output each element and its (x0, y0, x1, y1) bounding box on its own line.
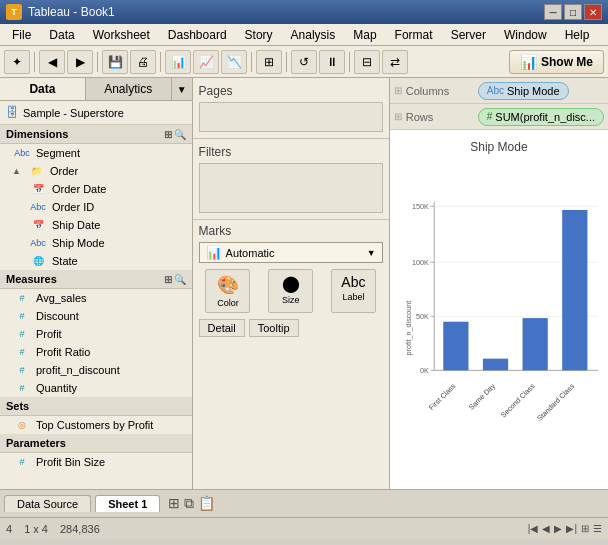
toolbar-refresh[interactable]: ↺ (291, 50, 317, 74)
measures-search-icon[interactable]: 🔍 (174, 274, 186, 285)
param-profit-bin[interactable]: # Profit Bin Size (0, 453, 192, 471)
set-top-customers[interactable]: ◎ Top Customers by Profit (0, 416, 192, 434)
menu-format[interactable]: Format (387, 26, 441, 44)
menu-story[interactable]: Story (237, 26, 281, 44)
marks-color-btn[interactable]: 🎨 Color (205, 269, 250, 313)
toolbar-pause[interactable]: ⏸ (319, 50, 345, 74)
abc-icon: Abc (12, 148, 32, 158)
toolbar-filter[interactable]: ⊞ (256, 50, 282, 74)
marks-label-btn[interactable]: Abc Label (331, 269, 376, 313)
nav-next-icon[interactable]: ▶ (554, 523, 562, 534)
measure-avg-sales[interactable]: # Avg_sales (0, 289, 192, 307)
menu-file[interactable]: File (4, 26, 39, 44)
close-button[interactable]: ✕ (584, 4, 602, 20)
pages-shelf[interactable] (199, 102, 383, 132)
add-dashboard-icon[interactable]: 📋 (198, 495, 215, 512)
x-label-second-class: Second Class (499, 381, 537, 419)
toolbar-sep-1 (34, 52, 35, 72)
rows-label: ⊞ Rows (394, 111, 474, 123)
new-sheet-icon[interactable]: ⊞ (168, 495, 180, 512)
menu-map[interactable]: Map (345, 26, 384, 44)
x-label-standard-class: Standard Class (535, 381, 576, 422)
dim-order-folder[interactable]: ▲ 📁 Order (0, 162, 192, 180)
filters-shelf[interactable] (199, 163, 383, 213)
tab-sheet1[interactable]: Sheet 1 (95, 495, 160, 512)
bar-same-day[interactable] (483, 359, 508, 371)
marks-type-dropdown[interactable]: 📊 Automatic ▼ (199, 242, 383, 263)
menu-data[interactable]: Data (41, 26, 82, 44)
menu-window[interactable]: Window (496, 26, 555, 44)
hash-icon-4: # (12, 347, 32, 357)
dimensions-search-icon[interactable]: 🔍 (174, 129, 186, 140)
dim-segment[interactable]: Abc Segment (0, 144, 192, 162)
toolbar-chart1[interactable]: 📊 (165, 50, 191, 74)
column-ship-mode-pill[interactable]: Abc Ship Mode (478, 82, 569, 100)
sheet-icons: ⊞ ⧉ 📋 (168, 495, 215, 512)
marks-section: Marks 📊 Automatic ▼ 🎨 Color ⬤ Size Abc L… (193, 220, 389, 343)
abc-icon-3: Abc (28, 238, 48, 248)
menu-worksheet[interactable]: Worksheet (85, 26, 158, 44)
toolbar-back[interactable]: ◀ (39, 50, 65, 74)
marks-detail-btn[interactable]: Detail (199, 319, 245, 337)
columns-shelf: ⊞ Columns Abc Ship Mode (390, 78, 608, 104)
bar-second-class[interactable] (522, 318, 547, 370)
marks-type-label: Automatic (226, 247, 275, 259)
list-view-icon[interactable]: ☰ (593, 523, 602, 534)
toolbar-chart3[interactable]: 📉 (221, 50, 247, 74)
menu-dashboard[interactable]: Dashboard (160, 26, 235, 44)
window-controls[interactable]: ─ □ ✕ (544, 4, 602, 20)
measures-grid-icon[interactable]: ⊞ (164, 274, 172, 285)
nav-prev-icon[interactable]: ◀ (542, 523, 550, 534)
measure-profit-ratio-label: Profit Ratio (36, 346, 90, 358)
menu-server[interactable]: Server (443, 26, 494, 44)
dimensions-section-header: Dimensions ⊞ 🔍 (0, 125, 192, 144)
menu-help[interactable]: Help (557, 26, 598, 44)
filters-label: Filters (199, 145, 383, 159)
toolbar-swap[interactable]: ⇄ (382, 50, 408, 74)
marks-size-btn[interactable]: ⬤ Size (268, 269, 313, 313)
dim-order-id[interactable]: Abc Order ID (0, 198, 192, 216)
dim-ship-date[interactable]: 📅 Ship Date (0, 216, 192, 234)
row-profit-pill[interactable]: # SUM(profit_n_disc... (478, 108, 604, 126)
minimize-button[interactable]: ─ (544, 4, 562, 20)
bar-first-class[interactable] (443, 322, 468, 371)
tab-data-source[interactable]: Data Source (4, 495, 91, 512)
show-me-button[interactable]: 📊 Show Me (509, 50, 604, 74)
measure-discount-label: Discount (36, 310, 79, 322)
grid-view-icon[interactable]: ⊞ (581, 523, 589, 534)
maximize-button[interactable]: □ (564, 4, 582, 20)
y-tick-50k: 50K (416, 312, 429, 321)
dropdown-arrow-icon: ▼ (367, 248, 376, 258)
param-icon: # (12, 457, 32, 467)
toolbar-forward[interactable]: ▶ (67, 50, 93, 74)
marks-tooltip-btn[interactable]: Tooltip (249, 319, 299, 337)
measure-profit[interactable]: # Profit (0, 325, 192, 343)
menu-analysis[interactable]: Analysis (283, 26, 344, 44)
measure-profit-n-discount[interactable]: # profit_n_discount (0, 361, 192, 379)
tab-analytics[interactable]: Analytics (86, 78, 172, 100)
measure-discount[interactable]: # Discount (0, 307, 192, 325)
toolbar-save[interactable]: 💾 (102, 50, 128, 74)
toolbar-sep-3 (160, 52, 161, 72)
dim-order-date[interactable]: 📅 Order Date (0, 180, 192, 198)
measure-quantity[interactable]: # Quantity (0, 379, 192, 397)
toolbar-print[interactable]: 🖨 (130, 50, 156, 74)
data-source-item[interactable]: 🗄 Sample - Superstore (0, 101, 192, 125)
dim-ship-mode[interactable]: Abc Ship Mode (0, 234, 192, 252)
toolbar-table[interactable]: ⊟ (354, 50, 380, 74)
size-icon: ⬤ (282, 274, 300, 293)
bar-standard-class[interactable] (562, 210, 587, 370)
dimensions-grid-icon[interactable]: ⊞ (164, 129, 172, 140)
dim-state[interactable]: 🌐 State (0, 252, 192, 270)
measure-profit-ratio[interactable]: # Profit Ratio (0, 343, 192, 361)
toolbar-new[interactable]: ✦ (4, 50, 30, 74)
pill-icon: Abc (487, 85, 504, 96)
nav-first-icon[interactable]: |◀ (528, 523, 539, 534)
nav-last-icon[interactable]: ▶| (566, 523, 577, 534)
rows-grid-icon: ⊞ (394, 111, 402, 122)
duplicate-sheet-icon[interactable]: ⧉ (184, 495, 194, 512)
parameters-label: Parameters (6, 437, 66, 449)
toolbar-chart2[interactable]: 📈 (193, 50, 219, 74)
tab-data[interactable]: Data (0, 78, 86, 100)
panel-collapse-arrow[interactable]: ▼ (172, 78, 192, 100)
